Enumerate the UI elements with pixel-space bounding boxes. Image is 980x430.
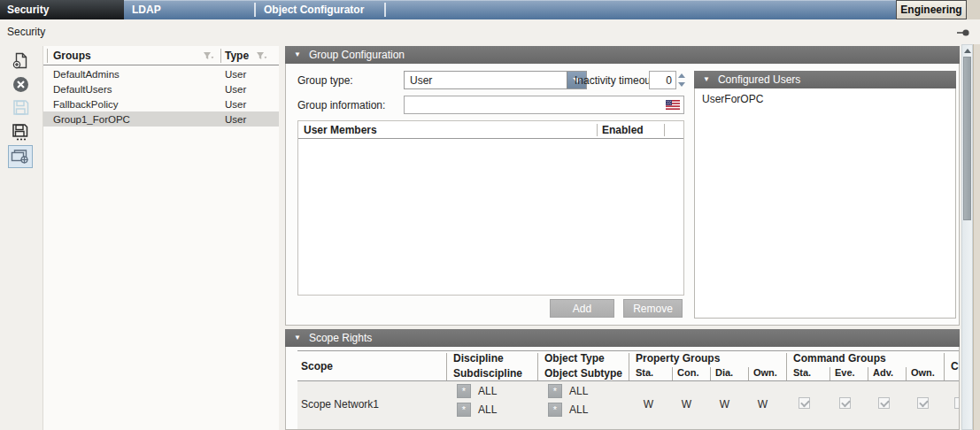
group-row[interactable]: FallbackPolicy User <box>43 96 279 111</box>
transfer-settings-button[interactable] <box>8 145 33 168</box>
group-information-label: Group information: <box>297 99 385 111</box>
new-document-button[interactable] <box>8 50 33 73</box>
group-configuration-body: Group type: User Inactivity timeout 0 Gr… <box>285 64 960 326</box>
tab-ldap[interactable]: LDAP <box>124 0 254 19</box>
window-corner <box>967 0 980 19</box>
group-information-input[interactable] <box>404 96 684 114</box>
pin-icon[interactable] <box>957 29 969 36</box>
inactivity-timeout-input[interactable]: 0 <box>649 71 676 89</box>
scope-rights-row[interactable]: Scope Network1 * ALL * ALL * ALL <box>297 381 960 430</box>
group-row[interactable]: DefaultUsers User <box>43 81 279 96</box>
command-group-checkbox[interactable] <box>799 397 810 409</box>
object-type-selector[interactable]: * ALL <box>548 384 588 398</box>
group-type-value: User <box>405 72 567 88</box>
configured-users-list: UserForOPC <box>694 88 956 319</box>
groups-list: DefaultAdmins User DefaultUsers User Fal… <box>43 66 279 430</box>
scroll-up-icon[interactable] <box>962 45 972 56</box>
spinner-arrows[interactable] <box>678 71 686 89</box>
wildcard-button[interactable]: * <box>548 403 562 417</box>
breadcrumb-row: Security <box>0 19 980 44</box>
group-configuration-header[interactable]: ▼ Group Configuration <box>285 46 960 64</box>
panel-title: Configured Users <box>718 73 800 86</box>
us-flag-icon[interactable] <box>666 100 680 110</box>
delete-button[interactable] <box>8 73 33 96</box>
enabled-column-header: Enabled <box>602 124 644 136</box>
inactivity-timeout-label: Inactivity timeout <box>575 74 653 87</box>
configured-users-header[interactable]: ▼ Configured Users <box>694 71 956 88</box>
scope-rights-body: Scope Discipline Subdiscipline Object Ty… <box>285 347 960 430</box>
scope-column-header: Scope <box>301 360 333 372</box>
command-group-checkbox[interactable] <box>878 397 890 409</box>
wildcard-button[interactable]: * <box>457 403 471 417</box>
remove-button[interactable]: Remove <box>623 299 683 318</box>
save-as-button[interactable] <box>8 120 33 143</box>
groups-column-header[interactable]: Groups <box>53 50 91 62</box>
tab-strip: LDAP Object Configurator <box>124 0 896 19</box>
property-group-value: W <box>744 398 782 411</box>
add-button[interactable]: Add <box>550 299 614 318</box>
save-icon <box>12 99 29 116</box>
group-configuration-panel: ▼ Group Configuration Group type: User I… <box>285 46 960 326</box>
scope-rights-header[interactable]: ▼ Scope Rights <box>285 329 960 347</box>
filter-icon[interactable] <box>256 51 267 61</box>
collapse-icon[interactable]: ▼ <box>294 51 301 58</box>
delete-icon <box>12 76 29 93</box>
wildcard-button[interactable]: * <box>457 384 471 398</box>
groups-panel: Groups Type DefaultAdmins User D <box>42 46 279 430</box>
security-app-window: Security LDAP Object Configurator Engine… <box>0 0 980 430</box>
object-subtype-selector[interactable]: * ALL <box>548 403 588 417</box>
property-group-value: W <box>667 398 706 411</box>
scope-rights-panel: ▼ Scope Rights Scope Discipline Subdisci… <box>285 329 960 430</box>
group-row[interactable]: DefaultAdmins User <box>43 66 279 81</box>
collapse-icon[interactable]: ▼ <box>294 334 301 342</box>
tab-object-configurator[interactable]: Object Configurator <box>256 0 384 19</box>
panel-title: Group Configuration <box>309 49 405 61</box>
spin-down-icon[interactable] <box>678 82 685 87</box>
scope-table-header: Scope Discipline Subdiscipline Object Ty… <box>297 350 960 381</box>
transfer-settings-icon <box>11 149 30 165</box>
window-frame <box>973 44 980 430</box>
type-column-header[interactable]: Type <box>225 50 249 62</box>
configured-users-panel: ▼ Configured Users UserForOPC <box>694 71 956 319</box>
save-as-icon <box>12 123 29 142</box>
user-members-header: User Members Enabled <box>298 121 683 139</box>
subdiscipline-selector[interactable]: * ALL <box>457 403 497 417</box>
group-row-selected[interactable]: Group1_ForOPC User <box>43 111 279 127</box>
members-column-header: User Members <box>304 124 377 136</box>
property-group-value: W <box>706 398 744 411</box>
filter-icon[interactable] <box>203 51 214 61</box>
create-checkbox[interactable] <box>954 397 960 409</box>
content-area: Groups Type DefaultAdmins User D <box>0 44 980 430</box>
spin-up-icon[interactable] <box>678 73 685 78</box>
command-group-checkbox[interactable] <box>839 397 851 409</box>
tab-engineering[interactable]: Engineering <box>896 0 967 19</box>
scrollbar-thumb[interactable] <box>963 57 971 220</box>
new-document-icon <box>12 52 29 70</box>
toolbar-rail <box>0 44 41 430</box>
top-tab-bar: Security LDAP Object Configurator Engine… <box>0 0 980 19</box>
property-group-value: W <box>629 398 667 411</box>
save-button-disabled[interactable] <box>8 96 33 119</box>
group-type-label: Group type: <box>297 74 353 87</box>
breadcrumb: Security <box>7 26 45 38</box>
command-group-checkbox[interactable] <box>917 397 929 409</box>
scope-name: Scope Network1 <box>301 398 379 411</box>
panel-title: Scope Rights <box>309 332 372 344</box>
discipline-selector[interactable]: * ALL <box>457 384 497 398</box>
user-members-table: User Members Enabled <box>297 120 684 296</box>
collapse-icon[interactable]: ▼ <box>703 76 710 83</box>
wildcard-button[interactable]: * <box>548 384 562 398</box>
groups-header: Groups Type <box>43 46 279 65</box>
group-type-dropdown[interactable]: User <box>404 71 587 89</box>
configured-user-item[interactable]: UserForOPC <box>695 88 955 105</box>
scope-rights-table: Scope Discipline Subdiscipline Object Ty… <box>297 350 960 430</box>
vertical-scrollbar[interactable] <box>961 44 973 430</box>
tab-security[interactable]: Security <box>0 0 124 19</box>
